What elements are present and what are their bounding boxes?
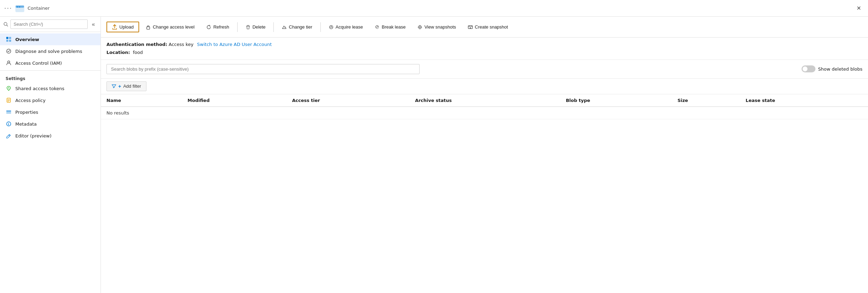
change-access-level-label: Change access level bbox=[153, 24, 194, 30]
svg-rect-19 bbox=[6, 113, 11, 114]
sidebar-item-access-policy[interactable]: Access policy bbox=[0, 94, 101, 106]
add-filter-plus: + bbox=[118, 84, 121, 89]
lock-icon bbox=[146, 25, 151, 30]
refresh-label: Refresh bbox=[213, 24, 229, 30]
view-snapshots-button[interactable]: View snapshots bbox=[412, 22, 461, 32]
search-filter-row: Show deleted blobs bbox=[101, 60, 868, 79]
toggle-slider bbox=[802, 65, 815, 72]
blob-table: Name Modified Access tier Archive status… bbox=[101, 94, 868, 119]
show-deleted-blobs-toggle[interactable] bbox=[802, 65, 815, 72]
svg-rect-8 bbox=[6, 40, 8, 42]
delete-icon bbox=[246, 25, 250, 30]
svg-line-27 bbox=[377, 26, 378, 28]
col-header-lease-state: Lease state bbox=[740, 94, 868, 107]
sidebar-search-row: « bbox=[0, 17, 101, 32]
sidebar-item-editor-label: Editor (preview) bbox=[15, 133, 51, 138]
toggle-label: Show deleted blobs bbox=[818, 66, 862, 72]
sidebar-divider bbox=[0, 70, 101, 71]
metadata-icon: i bbox=[6, 121, 12, 127]
create-snapshot-icon bbox=[468, 25, 473, 30]
sidebar-item-overview-label: Overview bbox=[15, 37, 39, 42]
upload-icon bbox=[112, 24, 117, 30]
sidebar-item-iam[interactable]: Access Control (IAM) bbox=[0, 57, 101, 69]
svg-line-22 bbox=[9, 135, 10, 136]
col-header-access-tier: Access tier bbox=[287, 94, 409, 107]
blob-search-input[interactable] bbox=[106, 64, 420, 74]
svg-point-28 bbox=[419, 25, 422, 29]
policy-icon bbox=[6, 97, 12, 103]
snapshots-icon bbox=[417, 25, 422, 30]
svg-rect-3 bbox=[19, 7, 20, 7]
sidebar-search-input[interactable] bbox=[10, 19, 88, 29]
sidebar-item-editor[interactable]: Editor (preview) bbox=[0, 130, 101, 142]
svg-rect-6 bbox=[6, 37, 8, 39]
acquire-lease-button[interactable]: Acquire lease bbox=[324, 22, 368, 32]
svg-point-12 bbox=[8, 87, 9, 88]
svg-point-11 bbox=[8, 61, 10, 63]
acquire-lease-label: Acquire lease bbox=[336, 24, 363, 30]
upload-label: Upload bbox=[119, 24, 134, 30]
main-layout: « Overview bbox=[0, 17, 868, 293]
sidebar-item-iam-label: Access Control (IAM) bbox=[15, 61, 62, 66]
svg-rect-9 bbox=[9, 40, 11, 42]
sidebar-item-properties-label: Properties bbox=[15, 110, 38, 115]
create-snapshot-label: Create snapshot bbox=[475, 24, 508, 30]
collapse-sidebar-button[interactable]: « bbox=[90, 21, 97, 28]
content-area: Upload Change access level Refresh bbox=[101, 17, 868, 293]
table-area: Name Modified Access tier Archive status… bbox=[101, 94, 868, 293]
auth-value-text: Access key bbox=[169, 42, 193, 47]
svg-rect-18 bbox=[6, 112, 11, 113]
break-lease-button[interactable]: Break lease bbox=[369, 22, 411, 32]
view-snapshots-label: View snapshots bbox=[424, 24, 456, 30]
sidebar-item-diagnose-label: Diagnose and solve problems bbox=[15, 49, 82, 54]
svg-rect-2 bbox=[17, 7, 18, 7]
overview-icon bbox=[6, 36, 12, 42]
col-header-modified: Modified bbox=[182, 94, 286, 107]
change-tier-button[interactable]: Change tier bbox=[277, 22, 317, 32]
location-label: Location: bbox=[106, 50, 130, 55]
sidebar-item-diagnose[interactable]: Diagnose and solve problems bbox=[0, 45, 101, 57]
col-header-size: Size bbox=[672, 94, 740, 107]
table-header-row: Name Modified Access tier Archive status… bbox=[101, 94, 868, 107]
sidebar-nav: Overview Diagnose and solve problems bbox=[0, 32, 101, 293]
sidebar-item-metadata[interactable]: i Metadata bbox=[0, 118, 101, 130]
sidebar-item-properties[interactable]: Properties bbox=[0, 106, 101, 118]
iam-icon bbox=[6, 60, 12, 66]
more-icon[interactable]: ··· bbox=[4, 5, 12, 12]
svg-point-26 bbox=[331, 26, 331, 27]
title-bar: ··· Container ✕ bbox=[0, 0, 868, 17]
add-filter-button[interactable]: + Add filter bbox=[106, 81, 146, 91]
diagnose-icon bbox=[6, 48, 12, 54]
upload-button[interactable]: Upload bbox=[106, 22, 139, 32]
switch-auth-link[interactable]: Switch to Azure AD User Account bbox=[197, 42, 272, 47]
delete-label: Delete bbox=[253, 24, 266, 30]
info-bar: Authentication method: Access key Switch… bbox=[101, 38, 868, 60]
close-button[interactable]: ✕ bbox=[854, 3, 864, 13]
sidebar-item-metadata-label: Metadata bbox=[15, 121, 37, 127]
refresh-button[interactable]: Refresh bbox=[201, 22, 234, 32]
change-access-level-button[interactable]: Change access level bbox=[141, 22, 200, 32]
properties-icon bbox=[6, 109, 12, 115]
svg-point-29 bbox=[419, 26, 421, 28]
separator-3 bbox=[320, 22, 321, 32]
token-icon bbox=[6, 85, 12, 92]
sidebar-item-access-policy-label: Access policy bbox=[15, 98, 46, 103]
svg-line-5 bbox=[7, 25, 8, 26]
settings-section-title: Settings bbox=[0, 72, 101, 82]
tier-icon bbox=[282, 25, 287, 30]
acquire-lease-icon bbox=[329, 25, 334, 30]
separator-1 bbox=[237, 22, 238, 32]
sidebar-item-shared-access-tokens[interactable]: Shared access tokens bbox=[0, 82, 101, 94]
app-title: Container bbox=[27, 6, 50, 11]
filter-row: + Add filter bbox=[101, 79, 868, 94]
search-icon bbox=[3, 22, 8, 27]
refresh-icon bbox=[206, 25, 211, 30]
create-snapshot-button[interactable]: Create snapshot bbox=[463, 22, 513, 32]
sidebar-item-shared-access-tokens-label: Shared access tokens bbox=[15, 86, 64, 91]
sidebar-item-overview[interactable]: Overview bbox=[0, 33, 101, 45]
filter-icon bbox=[112, 84, 116, 88]
svg-rect-23 bbox=[147, 27, 150, 29]
no-results-cell: No results bbox=[101, 106, 868, 119]
app-icon bbox=[15, 3, 25, 13]
delete-button[interactable]: Delete bbox=[240, 22, 271, 32]
